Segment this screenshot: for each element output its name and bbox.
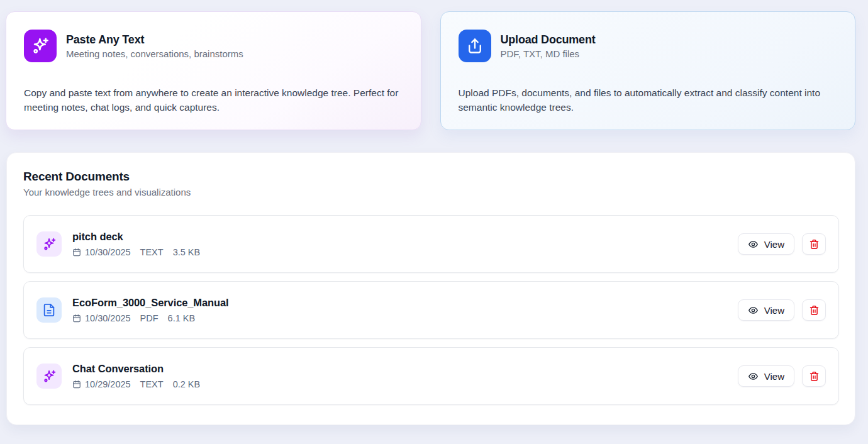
- document-list: pitch deck 10/30/2025 TEXT 3.5 KB: [23, 215, 839, 405]
- upload-icon: [459, 30, 491, 62]
- delete-button[interactable]: [802, 233, 826, 255]
- document-name: pitch deck: [72, 231, 727, 243]
- recent-documents-panel: Recent Documents Your knowledge trees an…: [6, 152, 855, 425]
- document-info: EcoForm_3000_Service_Manual 10/30/2025 P…: [72, 297, 727, 323]
- calendar-icon: [72, 248, 81, 257]
- paste-card-description: Copy and paste text from anywhere to cre…: [24, 86, 403, 115]
- view-button[interactable]: View: [738, 365, 794, 387]
- view-button[interactable]: View: [738, 233, 794, 255]
- document-info: pitch deck 10/30/2025 TEXT 3.5 KB: [72, 231, 727, 257]
- trash-icon: [809, 305, 820, 316]
- document-size: 0.2 KB: [173, 379, 201, 389]
- delete-button[interactable]: [802, 365, 826, 387]
- document-type: PDF: [140, 313, 159, 323]
- document-date: 10/30/2025: [85, 313, 131, 323]
- eye-icon: [748, 371, 759, 382]
- row-actions: View: [738, 365, 826, 387]
- document-date: 10/30/2025: [85, 247, 131, 257]
- row-actions: View: [738, 299, 826, 321]
- document-size: 3.5 KB: [173, 247, 201, 257]
- sparkles-icon: [24, 30, 57, 62]
- document-date: 10/29/2025: [85, 379, 131, 389]
- file-text-icon: [36, 297, 62, 323]
- calendar-icon: [72, 314, 81, 323]
- document-name: EcoForm_3000_Service_Manual: [72, 297, 727, 309]
- document-type: TEXT: [140, 247, 164, 257]
- document-meta: 10/29/2025 TEXT 0.2 KB: [72, 379, 727, 389]
- action-cards: Paste Any Text Meeting notes, conversati…: [6, 11, 855, 130]
- panel-subtitle: Your knowledge trees and visualizations: [23, 187, 839, 197]
- eye-icon: [748, 239, 759, 250]
- trash-icon: [809, 371, 820, 382]
- delete-button[interactable]: [802, 299, 826, 321]
- document-size: 6.1 KB: [168, 313, 196, 323]
- document-info: Chat Conversation 10/29/2025 TEXT 0.2 KB: [72, 363, 727, 389]
- page: Paste Any Text Meeting notes, conversati…: [0, 0, 868, 425]
- calendar-icon: [72, 380, 81, 389]
- document-row: Chat Conversation 10/29/2025 TEXT 0.2 KB: [23, 347, 839, 405]
- view-button[interactable]: View: [738, 299, 794, 321]
- trash-icon: [809, 239, 820, 250]
- upload-card-description: Upload PDFs, documents, and files to aut…: [459, 86, 838, 115]
- paste-card-header: Paste Any Text Meeting notes, conversati…: [24, 30, 403, 62]
- sparkles-icon: [36, 364, 62, 389]
- upload-card-subtitle: PDF, TXT, MD files: [501, 48, 596, 59]
- sparkles-icon: [36, 231, 62, 257]
- document-meta: 10/30/2025 PDF 6.1 KB: [72, 313, 727, 323]
- paste-card-title: Paste Any Text: [66, 33, 243, 47]
- view-button-label: View: [764, 305, 784, 316]
- paste-text-card[interactable]: Paste Any Text Meeting notes, conversati…: [6, 11, 421, 130]
- upload-card-header: Upload Document PDF, TXT, MD files: [459, 30, 838, 62]
- panel-title: Recent Documents: [23, 170, 839, 184]
- row-actions: View: [738, 233, 826, 255]
- view-button-label: View: [764, 239, 784, 250]
- document-row: pitch deck 10/30/2025 TEXT 3.5 KB: [23, 215, 839, 273]
- view-button-label: View: [764, 371, 784, 382]
- document-meta: 10/30/2025 TEXT 3.5 KB: [72, 247, 727, 257]
- upload-card-title: Upload Document: [501, 33, 596, 47]
- paste-card-subtitle: Meeting notes, conversations, brainstorm…: [66, 48, 243, 59]
- upload-document-card[interactable]: Upload Document PDF, TXT, MD files Uploa…: [440, 11, 856, 130]
- document-type: TEXT: [140, 379, 164, 389]
- document-row: EcoForm_3000_Service_Manual 10/30/2025 P…: [23, 281, 839, 339]
- document-name: Chat Conversation: [72, 363, 727, 375]
- eye-icon: [748, 305, 759, 316]
